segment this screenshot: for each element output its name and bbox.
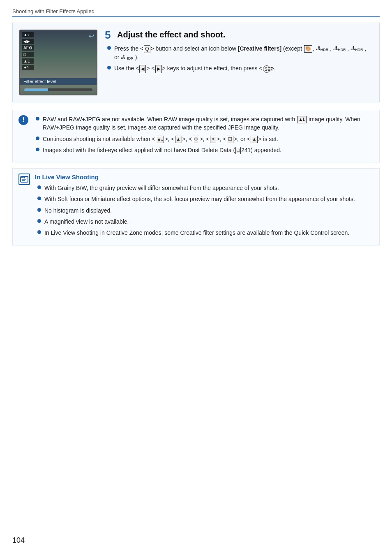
hdr-icon-2: 🏞HDR (333, 45, 346, 53)
bullet-dot-2 (107, 66, 111, 69)
info-title: In Live View Shooting (35, 174, 374, 180)
hdr-icon-3: 🏞HDR (350, 45, 363, 53)
info-section: In Live View Shooting With Grainy B/W, t… (12, 168, 380, 245)
warning-text-2: Continuous shooting is not available whe… (43, 135, 278, 143)
warning-icon: ! (18, 115, 28, 125)
left-arrow-key: ◀ (139, 65, 146, 73)
or-text: or (114, 54, 119, 60)
warning-dot-1 (36, 117, 39, 120)
q-icon: Q (144, 45, 150, 53)
info-icon-container (18, 174, 30, 240)
right-arrow-key: ▶ (155, 65, 162, 73)
info-bullet-4: A magnified view is not available. (37, 217, 374, 226)
info-bullet-2: With Soft focus or Miniature effect opti… (37, 195, 374, 203)
progress-bar (24, 88, 92, 91)
warning-icon-container: ! (18, 115, 28, 157)
raw1-icon: ▲₁ (156, 136, 164, 143)
info-text-2: With Soft focus or Miniature effect opti… (44, 195, 355, 203)
svg-rect-2 (21, 176, 23, 178)
note-svg-icon (20, 175, 29, 184)
creative-filters-label: [Creative filters] (238, 45, 282, 52)
cam-icon-2: ◀▶ (22, 39, 34, 44)
step-number-row: 5 Adjust the effect and shoot. (105, 30, 373, 40)
info-text-3: No histogram is displayed. (44, 206, 112, 215)
svg-point-1 (23, 177, 25, 178)
info-bullet-5: In Live View shooting in Creative Zone m… (37, 229, 374, 237)
warning-bullet-3: Images shot with the fish-eye effect app… (36, 146, 374, 154)
set-icon: SET (263, 65, 270, 73)
warning-bullet-2: Continuous shooting is not available whe… (36, 135, 374, 143)
cam-icon-4: □ (22, 52, 34, 57)
info-bullet-3: No histogram is displayed. (37, 206, 374, 215)
raw2-icon: ▲ (175, 136, 182, 143)
art-icon: 🎨 (304, 45, 312, 53)
info-bullet-list: With Grainy B/W, the grainy preview will… (35, 184, 374, 237)
hdr-icon-1: 🏞HDR (316, 45, 329, 53)
info-content: In Live View Shooting With Grainy B/W, t… (35, 174, 374, 240)
warning-bullet-1: RAW and RAW+JPEG are not available. When… (36, 115, 374, 132)
warning-bullet-list: RAW and RAW+JPEG are not available. When… (33, 115, 374, 154)
warning-content: RAW and RAW+JPEG are not available. When… (33, 115, 374, 157)
bullet-dot-1 (107, 46, 111, 50)
page-number: 104 (12, 536, 25, 545)
info-icon (18, 174, 30, 185)
step-bullet-1-text: Press the <Q> button and select an icon … (114, 44, 373, 61)
camera-preview: ▲₁ ◀▶ AF⚙ □ ▲L ✦ᴬ ↩ Filter effect level (19, 30, 97, 95)
filter-label: Filter effect level (20, 78, 97, 85)
page-number-text: 104 (12, 536, 25, 544)
step-bullet-list: Press the <Q> button and select an icon … (105, 44, 373, 73)
gear-icon: ⚙ (193, 136, 199, 143)
step-section: ▲₁ ◀▶ AF⚙ □ ▲L ✦ᴬ ↩ Filter effect level … (12, 23, 380, 102)
star-icon: ✦ (210, 136, 216, 143)
hdr-icon-4: 🏞HDR (121, 54, 134, 61)
cam-icon-3: AF⚙ (22, 45, 34, 51)
camera-overlay-icons: ▲₁ ◀▶ AF⚙ □ ▲L ✦ᴬ (22, 32, 34, 70)
cam-icon-5: ▲L (22, 58, 34, 64)
warning-section: ! RAW and RAW+JPEG are not available. Wh… (12, 110, 380, 162)
warning-text-3: Images shot with the fish-eye effect app… (43, 146, 281, 154)
step-content: 5 Adjust the effect and shoot. Press the… (105, 30, 373, 95)
step-title: Adjust the effect and shoot. (117, 30, 225, 39)
square-icon: ☐ (227, 136, 233, 143)
step-bullet-2-text: Use the <◀> <▶> keys to adjust the effec… (114, 64, 276, 73)
cam-icon-6: ✦ᴬ (22, 65, 34, 70)
page-header: Shooting with Filter Effects Applied (12, 8, 380, 17)
progress-bar-fill (24, 88, 48, 91)
cam-icon-1: ▲₁ (22, 32, 34, 37)
info-dot-4 (37, 219, 41, 223)
triangle-l-icon: ▲L (297, 116, 307, 123)
info-bullet-1: With Grainy B/W, the grainy preview will… (37, 184, 374, 192)
info-dot-3 (37, 208, 41, 212)
step-number: 5 (105, 30, 114, 40)
warning-dot-3 (36, 148, 39, 151)
info-text-4: A magnified view is not available. (44, 217, 129, 226)
filter-label-text: Filter effect level (23, 79, 56, 84)
info-text-1: With Grainy B/W, the grainy preview will… (44, 184, 279, 192)
book-ref-icon: □ (235, 147, 241, 154)
step-bullet-2: Use the <◀> <▶> keys to adjust the effec… (107, 64, 373, 73)
info-dot-5 (37, 230, 41, 234)
info-dot-1 (37, 185, 41, 189)
art2-icon: ▲ (251, 136, 258, 143)
info-dot-2 (37, 197, 41, 200)
page-header-text: Shooting with Filter Effects Applied (12, 8, 95, 14)
step-bullet-1: Press the <Q> button and select an icon … (107, 44, 373, 61)
warning-dot-2 (36, 137, 39, 140)
warning-text-1: RAW and RAW+JPEG are not available. When… (43, 115, 374, 132)
camera-top-right-icon: ↩ (89, 32, 94, 40)
info-text-5: In Live View shooting in Creative Zone m… (44, 229, 349, 237)
